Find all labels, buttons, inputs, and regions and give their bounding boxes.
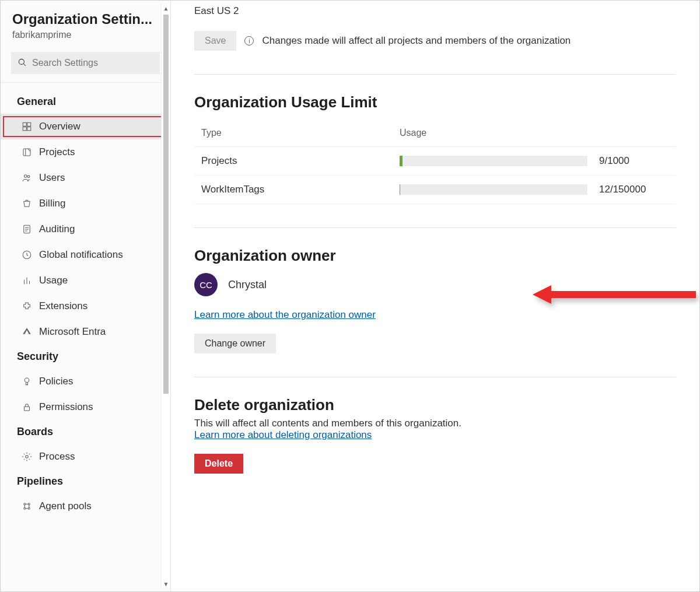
- svg-point-23: [26, 456, 29, 458]
- usage-col-type: Type: [201, 128, 388, 138]
- nav-item-label: Auditing: [39, 223, 75, 235]
- usage-row-projects: Projects 9/1000: [194, 147, 676, 176]
- nav-item-projects[interactable]: Projects: [1, 139, 170, 165]
- svg-line-1: [23, 64, 26, 66]
- usage-value: 12/150000: [599, 184, 669, 195]
- svg-rect-5: [27, 127, 31, 131]
- svg-point-26: [24, 507, 26, 509]
- main-content: East US 2 Save i Changes made will affec…: [171, 1, 699, 591]
- svg-rect-4: [23, 127, 26, 131]
- delete-heading: Delete organization: [194, 396, 676, 414]
- svg-rect-22: [24, 407, 30, 411]
- svg-point-25: [28, 503, 30, 505]
- save-button[interactable]: Save: [194, 31, 236, 51]
- nav-item-auditing[interactable]: Auditing: [1, 216, 170, 242]
- svg-point-10: [27, 176, 30, 178]
- usage-section: Organization Usage Limit Type Usage Proj…: [194, 74, 676, 204]
- nav-item-label: Projects: [39, 146, 75, 158]
- usage-heading: Organization Usage Limit: [194, 93, 676, 111]
- usage-value: 9/1000: [599, 155, 669, 167]
- usage-col-usage: Usage: [400, 128, 587, 138]
- nav-item-microsoft-entra[interactable]: Microsoft Entra: [1, 319, 170, 345]
- svg-rect-2: [23, 122, 26, 126]
- overview-icon: [22, 121, 32, 132]
- svg-rect-3: [27, 122, 31, 126]
- policies-icon: [22, 376, 32, 387]
- nav-item-label: Extensions: [39, 300, 88, 312]
- sidebar: Organization Settin... fabrikamprime Gen…: [1, 1, 171, 591]
- delete-button[interactable]: Delete: [194, 454, 243, 474]
- nav-item-label: Process: [39, 451, 75, 463]
- billing-icon: [22, 198, 32, 209]
- nav-item-label: Overview: [39, 121, 80, 132]
- nav-group-general: General: [1, 90, 170, 114]
- sidebar-scrollbar[interactable]: ▲ ▼: [161, 4, 170, 588]
- process-icon: [22, 451, 32, 462]
- svg-point-0: [19, 59, 24, 64]
- usage-type: WorkItemTags: [201, 184, 388, 195]
- entra-icon: [22, 327, 32, 337]
- nav-item-label: Policies: [39, 376, 74, 387]
- nav-item-billing[interactable]: Billing: [1, 191, 170, 216]
- extensions-icon: [22, 301, 32, 311]
- owner-name: Chrystal: [228, 279, 267, 291]
- change-owner-button[interactable]: Change owner: [194, 334, 276, 353]
- owner-avatar: CC: [194, 273, 218, 296]
- nav-group-boards: Boards: [1, 420, 170, 444]
- nav-item-label: Billing: [39, 198, 65, 209]
- nav-item-label: Permissions: [39, 401, 93, 413]
- region-label: East US 2: [194, 5, 676, 17]
- nav-item-process[interactable]: Process: [1, 444, 170, 470]
- scroll-thumb[interactable]: [163, 15, 169, 394]
- owner-learn-more-link[interactable]: Learn more about the organization owner: [194, 309, 376, 321]
- usage-bar: [400, 156, 587, 166]
- nav-item-label: Users: [39, 172, 65, 184]
- usage-row-workitemtags: WorkItemTags 12/150000: [194, 176, 676, 204]
- svg-point-9: [24, 175, 27, 178]
- scroll-down-arrow[interactable]: ▼: [162, 580, 170, 588]
- svg-point-21: [24, 378, 29, 383]
- delete-section: Delete organization This will affect all…: [194, 377, 676, 474]
- users-icon: [22, 173, 32, 183]
- search-settings-box[interactable]: [11, 52, 160, 74]
- permissions-icon: [22, 402, 32, 412]
- nav-item-permissions[interactable]: Permissions: [1, 394, 170, 420]
- usage-icon: [22, 275, 32, 286]
- nav-group-pipelines: Pipelines: [1, 470, 170, 493]
- changes-note: Changes made will affect all projects an…: [262, 35, 570, 47]
- svg-point-27: [28, 507, 30, 509]
- auditing-icon: [22, 224, 32, 234]
- nav-item-label: Microsoft Entra: [39, 326, 106, 338]
- owner-heading: Organization owner: [194, 247, 676, 265]
- settings-nav: General Overview Projects Users: [1, 83, 170, 591]
- search-icon: [17, 57, 27, 69]
- nav-item-label: Usage: [39, 275, 68, 286]
- agent-pools-icon: [22, 501, 32, 512]
- sidebar-title: Organization Settin...: [12, 11, 159, 27]
- nav-item-usage[interactable]: Usage: [1, 268, 170, 293]
- delete-description: This will affect all contents and member…: [194, 418, 676, 429]
- nav-item-users[interactable]: Users: [1, 165, 170, 191]
- nav-group-security: Security: [1, 345, 170, 369]
- svg-point-24: [24, 503, 26, 505]
- svg-rect-6: [23, 149, 30, 156]
- projects-icon: [22, 147, 32, 157]
- nav-item-agent-pools[interactable]: Agent pools: [1, 493, 170, 519]
- nav-item-global-notifications[interactable]: Global notifications: [1, 242, 170, 268]
- owner-section: Organization owner CC Chrystal Learn mor…: [194, 227, 676, 353]
- nav-item-policies[interactable]: Policies: [1, 369, 170, 394]
- info-icon: i: [244, 36, 254, 45]
- nav-item-extensions[interactable]: Extensions: [1, 293, 170, 319]
- nav-item-overview[interactable]: Overview: [1, 114, 170, 139]
- scroll-up-arrow[interactable]: ▲: [162, 4, 170, 12]
- nav-item-label: Global notifications: [39, 249, 123, 261]
- delete-learn-more-link[interactable]: Learn more about deleting organizations: [194, 429, 372, 441]
- search-settings-input[interactable]: [32, 58, 154, 68]
- sidebar-subtitle: fabrikamprime: [12, 30, 159, 40]
- nav-item-label: Agent pools: [39, 500, 92, 512]
- usage-bar: [400, 184, 587, 195]
- usage-type: Projects: [201, 155, 388, 167]
- notifications-icon: [22, 250, 32, 260]
